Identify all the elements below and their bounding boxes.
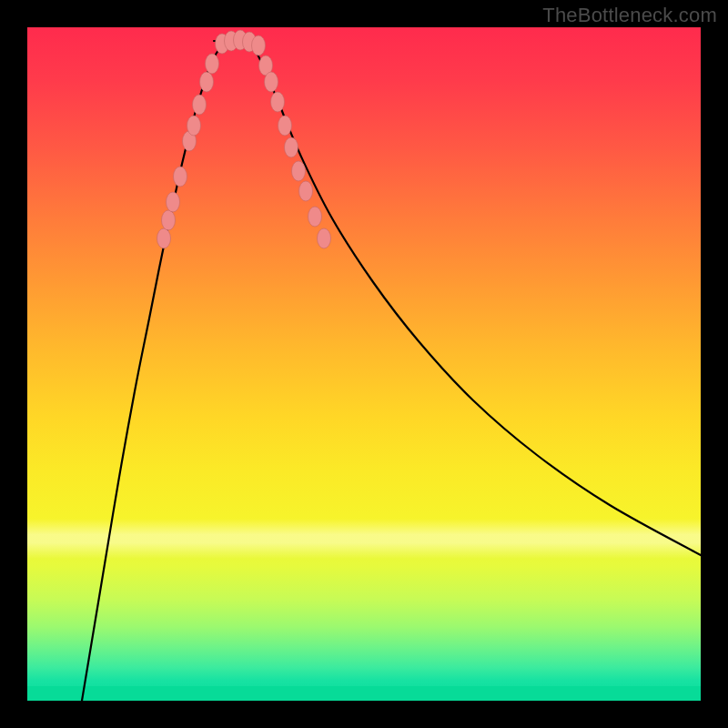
marker-left-cluster-low — [200, 72, 214, 92]
marker-left-cluster-low — [206, 54, 219, 74]
curve-right-branch — [250, 41, 701, 555]
curve-left-branch — [82, 41, 228, 701]
marker-left-cluster-mid — [187, 116, 201, 136]
marker-right-cluster-mid — [285, 137, 298, 157]
marker-right-cluster-mid — [292, 161, 306, 181]
plot-area — [27, 27, 701, 701]
marker-left-cluster-upper — [167, 192, 180, 212]
marker-left-cluster-upper — [174, 167, 187, 187]
marker-right-cluster-upper — [308, 207, 322, 227]
marker-right-cluster-low — [271, 92, 285, 112]
marker-right-cluster-mid — [278, 116, 292, 136]
curves-svg — [27, 27, 701, 701]
marker-right-cluster-low — [265, 72, 278, 92]
marker-left-cluster-mid — [193, 95, 207, 115]
marker-left-cluster-upper — [157, 228, 171, 248]
marker-left-cluster-upper — [162, 210, 176, 230]
chart-frame: TheBottleneck.com — [0, 0, 728, 728]
marker-right-cluster-upper — [318, 228, 331, 248]
marker-trough-cluster — [252, 35, 266, 56]
watermark-text: TheBottleneck.com — [542, 4, 717, 27]
marker-right-cluster-mid — [299, 181, 313, 201]
